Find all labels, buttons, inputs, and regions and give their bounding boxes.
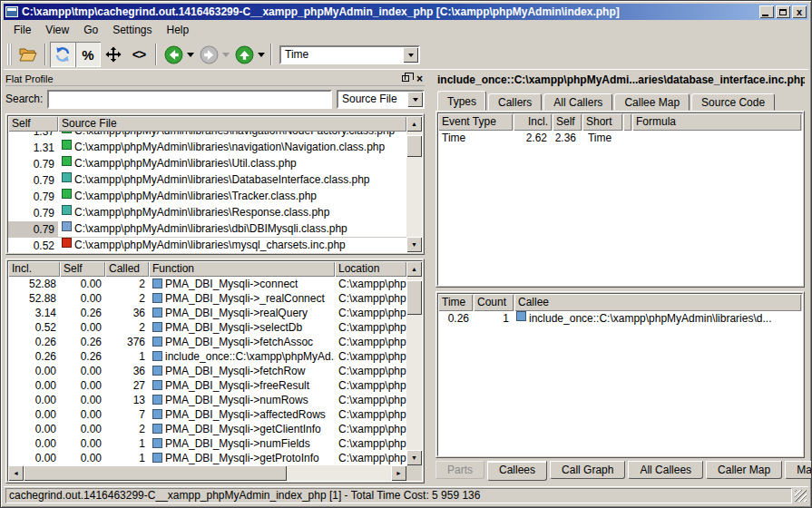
tab[interactable]: Types bbox=[437, 91, 486, 111]
callee-name: include_once::C:\xampp\phpMyAdmin\librar… bbox=[529, 311, 771, 327]
table-row[interactable]: 3.14 0.26 36 PMA_DBI_Mysqli->realQuery C… bbox=[8, 306, 406, 320]
table-row[interactable]: 0.00 0.00 27 PMA_DBI_Mysqli->freeResult … bbox=[8, 378, 406, 393]
column-header-count[interactable]: Count bbox=[474, 294, 514, 311]
up-icon bbox=[235, 45, 254, 64]
tab[interactable]: Callees bbox=[487, 461, 547, 481]
window-titlebar[interactable]: C:\xampp\tmp\cachegrind.out.1416463299-C… bbox=[4, 4, 808, 20]
column-header-source-file[interactable]: Source File bbox=[58, 116, 406, 132]
list-item[interactable]: 0.79 C:\xampp\phpMyAdmin\libraries\Datab… bbox=[8, 172, 406, 189]
search-input[interactable] bbox=[47, 90, 332, 109]
called-value: 27 bbox=[105, 378, 149, 393]
back-button[interactable] bbox=[161, 42, 186, 67]
table-row[interactable]: 0.00 0.00 1 PMA_DBI_Mysqli->getProtoInfo… bbox=[8, 451, 406, 465]
source-file-cell: C:\xampp\phpMyAdmin\libraries\Util.class… bbox=[58, 156, 406, 171]
resize-grip[interactable] bbox=[795, 490, 807, 502]
scroll-down-button[interactable]: ▼ bbox=[406, 450, 422, 465]
column-header-incl[interactable]: Incl. bbox=[514, 113, 552, 131]
scrollbar-thumb[interactable] bbox=[24, 465, 287, 481]
combo-dropdown-button[interactable] bbox=[403, 47, 418, 63]
table-row[interactable]: 0.00 0.00 1 PMA_DBI_Mysqli->numFields C:… bbox=[8, 436, 406, 451]
column-header-self[interactable]: Self bbox=[8, 116, 58, 132]
shorten-templates-button[interactable]: <> bbox=[126, 42, 152, 67]
relative-to-parent-button[interactable] bbox=[101, 42, 126, 67]
list-item[interactable]: 0.79 C:\xampp\phpMyAdmin\libraries\dbi\D… bbox=[8, 221, 406, 238]
scroll-right-button[interactable]: ► bbox=[391, 465, 406, 481]
group-select[interactable]: Source File bbox=[337, 90, 425, 109]
tab[interactable]: Callers bbox=[488, 93, 542, 111]
relative-cost-button[interactable]: % bbox=[75, 42, 101, 67]
table-row[interactable]: 0.26 0.26 376 PMA_DBI_Mysqli->fetchAssoc… bbox=[8, 335, 406, 349]
up-dropdown[interactable] bbox=[257, 48, 265, 61]
back-dropdown[interactable] bbox=[186, 48, 194, 61]
column-header-incl[interactable]: Incl. bbox=[8, 261, 60, 277]
horizontal-scrollbar[interactable]: ◄ ► bbox=[8, 465, 406, 481]
column-header-short[interactable]: Short bbox=[582, 113, 622, 131]
scrollbar-thumb[interactable] bbox=[406, 135, 422, 157]
column-header-event-type[interactable]: Event Type bbox=[438, 113, 513, 131]
column-header-time[interactable]: Time bbox=[438, 294, 473, 311]
open-file-button[interactable] bbox=[15, 42, 41, 67]
column-header-function[interactable]: Function bbox=[149, 261, 335, 277]
tab[interactable]: Callee Map bbox=[614, 93, 690, 111]
table-row[interactable]: 0.26 0.26 1 include_once::C:\xampp\phpMy… bbox=[8, 349, 406, 364]
minimize-button[interactable] bbox=[759, 5, 774, 18]
dock-close-icon[interactable]: × bbox=[416, 74, 423, 83]
menu-item[interactable]: Help bbox=[160, 22, 197, 38]
column-header-blank[interactable] bbox=[623, 113, 631, 131]
close-button[interactable]: x bbox=[792, 5, 807, 18]
scroll-left-button[interactable]: ◄ bbox=[8, 465, 24, 481]
event-type-select[interactable]: Time bbox=[279, 45, 420, 64]
column-header-called[interactable]: Called bbox=[105, 261, 149, 277]
menu-bar: FileViewGoSettingsHelp bbox=[4, 20, 808, 40]
up-button[interactable] bbox=[231, 42, 257, 67]
list-item[interactable]: 0.79 C:\xampp\phpMyAdmin\libraries\Track… bbox=[8, 189, 406, 205]
cycle-detection-button[interactable] bbox=[50, 42, 75, 67]
flat-profile-dock: Flat Profile × Search: Source File Self … bbox=[4, 70, 428, 485]
combo-dropdown-button[interactable] bbox=[407, 92, 423, 107]
tab[interactable]: Source Code bbox=[691, 93, 775, 111]
incl-value: 0.26 bbox=[35, 336, 56, 348]
tab[interactable]: All Callers bbox=[543, 93, 612, 111]
table-row[interactable]: 0.00 0.00 36 PMA_DBI_Mysqli->fetchRow C:… bbox=[8, 364, 406, 378]
scroll-up-button[interactable]: ▲ bbox=[406, 116, 422, 132]
table-row[interactable]: 52.88 0.00 2 PMA_DBI_Mysqli->connect C:\… bbox=[8, 277, 406, 291]
tab[interactable]: Call Graph bbox=[550, 461, 625, 479]
column-header-self[interactable]: Self bbox=[60, 261, 105, 277]
vertical-scrollbar[interactable]: ▲ ▼ bbox=[406, 261, 422, 465]
column-header-self[interactable]: Self bbox=[553, 113, 582, 131]
column-header-callee[interactable]: Callee bbox=[514, 294, 801, 311]
list-item[interactable]: 1.37 C:\xampp\phpMyAdmin\libraries\navig… bbox=[8, 132, 406, 140]
dock-titlebar[interactable]: Flat Profile × bbox=[5, 72, 425, 86]
menu-item[interactable]: Settings bbox=[105, 22, 159, 38]
dock-float-icon[interactable] bbox=[402, 75, 409, 82]
menu-item[interactable]: Go bbox=[76, 22, 105, 38]
event-type-value: Time bbox=[281, 47, 403, 63]
scroll-down-button[interactable]: ▼ bbox=[406, 237, 422, 252]
table-row[interactable]: 0.00 0.00 7 PMA_DBI_Mysqli->affectedRows… bbox=[8, 407, 406, 422]
vertical-scrollbar[interactable]: ▲ ▼ bbox=[406, 116, 422, 252]
list-item[interactable]: 0.79 C:\xampp\phpMyAdmin\libraries\Util.… bbox=[8, 156, 406, 172]
list-item[interactable]: 1.31 C:\xampp\phpMyAdmin\libraries\navig… bbox=[8, 140, 406, 156]
scroll-up-button[interactable]: ▲ bbox=[406, 261, 422, 277]
menu-item[interactable]: File bbox=[6, 22, 38, 38]
tab[interactable]: All Callees bbox=[628, 461, 703, 479]
tab[interactable]: Machine bbox=[785, 461, 812, 479]
source-file-path: C:\xampp\phpMyAdmin\libraries\dbi\DBIMys… bbox=[74, 221, 347, 237]
table-row[interactable]: 0.52 0.00 2 PMA_DBI_Mysqli->selectDb C:\… bbox=[8, 320, 406, 335]
table-row[interactable]: 0.00 0.00 2 PMA_DBI_Mysqli->getClientInf… bbox=[8, 422, 406, 436]
toolbar-handle[interactable] bbox=[7, 44, 12, 65]
table-row[interactable]: Time 2.62 2.36 Time bbox=[438, 131, 802, 146]
maximize-button[interactable] bbox=[776, 5, 790, 18]
table-row[interactable]: 0.26 1 include_once::C:\xampp\phpMyAdmin… bbox=[438, 311, 802, 327]
table-row[interactable]: 52.88 0.00 2 PMA_DBI_Mysqli->_realConnec… bbox=[8, 291, 406, 306]
column-header-formula[interactable]: Formula bbox=[632, 113, 801, 131]
tab[interactable]: Caller Map bbox=[706, 461, 782, 479]
scrollbar-thumb[interactable] bbox=[406, 280, 422, 315]
callees-list: Time Count Callee 0.26 1 include_once::C… bbox=[437, 293, 803, 456]
tab[interactable]: Parts bbox=[435, 461, 484, 479]
column-header-location[interactable]: Location bbox=[335, 261, 406, 277]
table-row[interactable]: 0.00 0.00 13 PMA_DBI_Mysqli->numRows C:\… bbox=[8, 393, 406, 407]
list-item[interactable]: 0.52 C:\xampp\phpMyAdmin\libraries\mysql… bbox=[8, 238, 406, 252]
menu-item[interactable]: View bbox=[38, 22, 76, 38]
list-item[interactable]: 0.79 C:\xampp\phpMyAdmin\libraries\Respo… bbox=[8, 205, 406, 221]
